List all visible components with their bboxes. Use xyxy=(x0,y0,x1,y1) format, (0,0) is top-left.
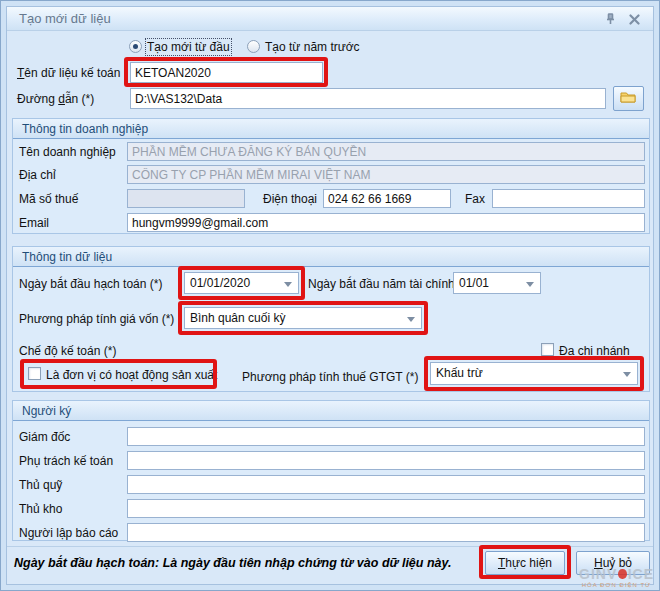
ngay-hach-toan-combo[interactable]: 01/01/2020 xyxy=(184,272,299,294)
duong-dan-input[interactable] xyxy=(130,88,606,109)
thu-quy-input[interactable] xyxy=(127,475,645,494)
ma-so-thue-input xyxy=(127,189,245,208)
label-gia-von: Phương pháp tính giá vốn (*) xyxy=(19,312,174,326)
label-da-chi-nhanh[interactable]: Đa chi nhánh xyxy=(559,344,630,358)
group-header-du-lieu: Thông tin dữ liệu xyxy=(13,247,649,267)
thue-gtgt-combo[interactable]: Khấu trừ xyxy=(430,362,638,385)
phu-trach-ke-toan-input[interactable] xyxy=(127,451,645,470)
radio-tao-tu-nam-truoc[interactable] xyxy=(247,40,260,53)
radio-tao-moi-tu-dau[interactable] xyxy=(129,40,142,53)
label-thue-gtgt: Phương pháp tính thuế GTGT (*) xyxy=(242,370,418,384)
group-header-nguoi-ky: Người ký xyxy=(13,401,649,421)
ten-du-lieu-input[interactable] xyxy=(130,62,323,83)
label-ten-du-lieu: Tên dữ liệu kế toán xyxy=(17,66,120,80)
label-dia-chi: Địa chỉ xyxy=(19,168,56,182)
thu-kho-input[interactable] xyxy=(127,499,645,518)
label-san-xuat[interactable]: Là đơn vị có hoạt động sản xuất xyxy=(46,368,217,382)
dien-thoai-input[interactable] xyxy=(323,189,451,208)
browse-folder-button[interactable] xyxy=(613,86,644,111)
label-ten-doanh-nghiep: Tên doanh nghiệp xyxy=(19,145,116,159)
label-email: Email xyxy=(19,216,49,230)
label-duong-dan: Đường dẫn (*) xyxy=(17,92,94,106)
label-dien-thoai: Điện thoại xyxy=(263,192,317,206)
da-chi-nhanh-checkbox[interactable] xyxy=(541,343,554,356)
close-icon[interactable] xyxy=(625,11,643,27)
san-xuat-checkbox[interactable] xyxy=(28,367,41,380)
giam-doc-input[interactable] xyxy=(127,427,645,446)
nam-tai-chinh-combo[interactable]: 01/01 xyxy=(453,272,541,294)
dialog-title: Tạo mới dữ liệu xyxy=(19,11,111,26)
watermark-subtext: HÓA ĐƠN ĐIỆN TỬ xyxy=(579,582,654,588)
chevron-down-icon xyxy=(407,317,415,322)
email-input[interactable] xyxy=(127,213,645,232)
chevron-down-icon xyxy=(623,372,631,377)
huy-bo-button[interactable]: Huỷ bỏ xyxy=(576,551,650,575)
dialog-tao-moi-du-lieu: Tạo mới dữ liệu Tạo mới từ đầu Tạo từ nă… xyxy=(0,0,660,591)
label-thu-quy: Thủ quỹ xyxy=(19,478,62,492)
nguoi-lap-bao-cao-input[interactable] xyxy=(127,523,645,542)
title-bar[interactable]: Tạo mới dữ liệu xyxy=(7,7,653,31)
fax-input[interactable] xyxy=(492,189,645,208)
label-ngay-hach-toan: Ngày bắt đầu hạch toán (*) xyxy=(19,277,162,291)
label-ma-so-thue: Mã số thuế xyxy=(19,192,78,206)
ten-doanh-nghiep-input xyxy=(127,142,645,161)
footer-divider xyxy=(7,546,653,547)
label-nguoi-lap-bao-cao: Người lập báo cáo xyxy=(19,526,118,540)
group-nguoi-ky: Người ký xyxy=(12,400,650,541)
folder-icon xyxy=(620,90,637,107)
label-che-do-ke-toan: Chế độ kế toán (*) xyxy=(19,344,116,358)
chevron-down-icon xyxy=(284,282,292,287)
group-header-doanh-nghiep: Thông tin doanh nghiệp xyxy=(13,119,649,139)
label-phu-trach-ke-toan: Phụ trách kế toán xyxy=(19,454,113,468)
chevron-down-icon xyxy=(526,282,534,287)
label-nam-tai-chinh: Ngày bắt đầu năm tài chính (*) xyxy=(308,277,471,291)
radio-label-tao-moi-tu-dau[interactable]: Tạo mới từ đầu xyxy=(147,40,230,54)
thuc-hien-button[interactable]: Thực hiện xyxy=(485,551,565,575)
label-thu-kho: Thủ kho xyxy=(19,502,62,516)
dia-chi-input xyxy=(127,165,645,184)
footer-note: Ngày bắt đầu hạch toán: Là ngày đầu tiên… xyxy=(14,556,451,570)
pin-icon[interactable] xyxy=(601,11,619,27)
label-giam-doc: Giám đốc xyxy=(19,430,70,444)
label-fax: Fax xyxy=(465,192,485,206)
radio-label-tao-tu-nam-truoc[interactable]: Tạo từ năm trước xyxy=(265,40,360,54)
gia-von-combo[interactable]: Bình quân cuối kỳ xyxy=(184,307,422,329)
